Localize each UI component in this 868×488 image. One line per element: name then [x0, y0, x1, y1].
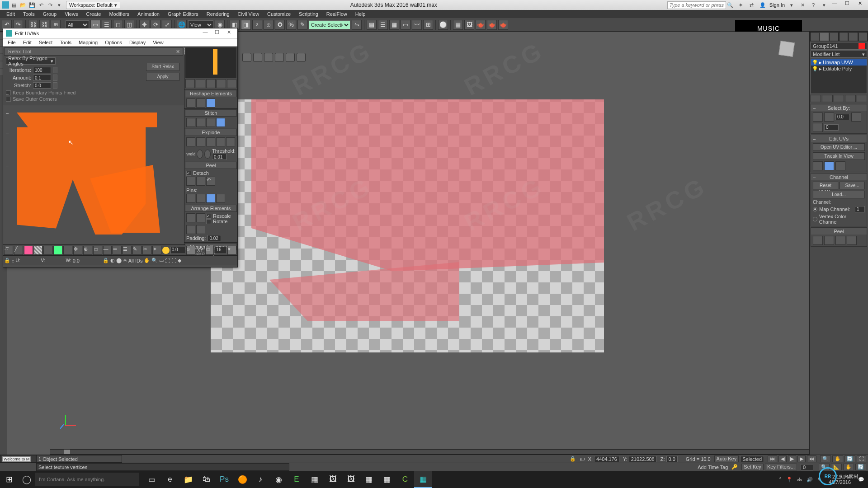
save-outer-check[interactable]: Save Outer Corners [6, 96, 181, 102]
app-icon[interactable]: 🖼 [324, 471, 342, 488]
start-relax-button[interactable]: Start Relax [146, 63, 179, 71]
relax-mode-selector[interactable]: Relax By Polygon Angles▾ [6, 57, 56, 65]
grid-icon[interactable] [275, 53, 284, 62]
time-scrub[interactable] [50, 449, 809, 455]
save-icon[interactable]: 💾 [28, 1, 36, 9]
hierarchy-tab[interactable] [830, 32, 839, 41]
infocenter-icon[interactable]: 🔍 [726, 1, 734, 9]
listener-input[interactable]: Welcome to M [2, 456, 31, 462]
quick-transform-icon[interactable] [185, 79, 195, 88]
pack-icon[interactable] [196, 213, 205, 222]
subobj-element-icon[interactable] [34, 246, 43, 255]
tool-icon[interactable]: ✂ [142, 246, 151, 255]
curve-editor-button[interactable]: 〰 [412, 20, 422, 30]
stack-item-editable-poly[interactable]: 💡▸Editable Poly [811, 66, 867, 72]
zoom-region-icon[interactable]: ▭ [159, 258, 164, 263]
selectby-rollout[interactable]: –Select By: [811, 104, 867, 111]
nav-arc-icon[interactable]: 🔄 [844, 455, 855, 462]
lightbulb-icon[interactable]: 💡 [812, 66, 818, 72]
maximize-button[interactable]: ☐ [841, 0, 854, 9]
chevron-down-icon[interactable]: ▾ [820, 1, 828, 9]
setkey-button[interactable]: Set Key [741, 464, 764, 470]
weld-all-icon[interactable] [204, 150, 211, 159]
menu-view[interactable]: View [151, 39, 165, 46]
subobj-polygon-icon[interactable] [24, 246, 33, 255]
tool-icon[interactable]: ✥ [73, 246, 82, 255]
peel-icon[interactable] [847, 236, 857, 245]
exchange-icon[interactable]: ⇄ [748, 1, 756, 9]
edit-uvws-titlebar[interactable]: Edit UVWs — ☐ ✕ [3, 28, 237, 38]
percent-snap-button[interactable]: ⦶ [264, 20, 274, 30]
display-tab[interactable] [849, 32, 858, 41]
uv-tool-icon[interactable] [813, 161, 823, 170]
chrome-icon[interactable]: ◉ [269, 471, 288, 488]
explode-icon[interactable] [186, 137, 195, 146]
stretch-input[interactable]: 0.0 [33, 82, 51, 89]
autokey-button[interactable]: Auto Key [714, 455, 739, 462]
utilities-tab[interactable] [859, 32, 868, 41]
sel-elem-icon[interactable] [824, 113, 834, 122]
pack-icon[interactable] [196, 225, 205, 234]
shade-selected-icon[interactable] [242, 53, 251, 62]
spinner-arrows[interactable] [53, 67, 57, 73]
cortana-icon[interactable]: ◯ [18, 471, 35, 488]
zoom-icon[interactable]: 🔍 [151, 258, 158, 263]
menu-scripting[interactable]: Scripting [295, 10, 322, 18]
zoom-extents-sel-icon[interactable]: ⛶ [171, 258, 176, 263]
iterations-input[interactable]: 100 [33, 67, 51, 73]
render-iterative-button[interactable]: 🫖 [487, 20, 497, 30]
tool-icon[interactable]: 🔒 [103, 258, 109, 263]
network-icon[interactable]: 🖧 [797, 477, 802, 482]
explode-icon[interactable] [206, 137, 215, 146]
stitch-icon[interactable] [186, 118, 195, 127]
pin-icon[interactable] [186, 194, 195, 203]
tool-icon[interactable]: ⬤ [116, 258, 122, 263]
arrange-rollout[interactable]: –Arrange Elements [185, 205, 237, 212]
map-channel-radio[interactable]: Map Channel:1 [813, 206, 865, 212]
make-unique-icon[interactable] [834, 95, 844, 102]
nav-zoom-icon[interactable]: 🔍 [820, 455, 831, 462]
photoshop-icon[interactable]: Ps [215, 471, 233, 488]
lock-selection-icon[interactable]: 🔒 [570, 456, 576, 462]
tray-up-icon[interactable]: ˄ [779, 477, 782, 483]
maximize-button[interactable]: ☐ [211, 29, 223, 38]
play-icon[interactable]: ▶ [788, 455, 796, 462]
tweak-in-view-button[interactable]: Tweak In View [813, 152, 865, 160]
relax-icon[interactable] [196, 99, 205, 108]
pin-icon[interactable] [206, 194, 215, 203]
ribbon-button[interactable]: ▭ [401, 20, 410, 30]
menu-animation[interactable]: Animation [134, 10, 163, 18]
snap-icon[interactable]: ◆ [178, 258, 181, 263]
peel-icon[interactable] [196, 177, 205, 186]
tool-icon[interactable]: ✳ [123, 258, 127, 263]
x-input[interactable]: 4404.176 [594, 456, 619, 462]
create-tab[interactable] [810, 32, 819, 41]
keymode-selector[interactable]: Selected [740, 456, 764, 462]
zoom-extents-icon[interactable]: ⛶ [165, 258, 170, 263]
timetag-label[interactable]: Add Time Tag [696, 463, 730, 471]
epic-icon[interactable]: ▦ [360, 471, 378, 488]
peel-icon[interactable] [813, 236, 823, 245]
render-production-button[interactable]: 🫖 [476, 20, 486, 30]
options-icon[interactable]: ▾ [227, 246, 236, 255]
uv-tool-icon[interactable] [835, 161, 845, 170]
spinner-snap-button[interactable]: ✪ [275, 20, 285, 30]
subobj-edge-icon[interactable]: ╱ [14, 246, 23, 255]
mirror-button[interactable]: ⇋ [352, 20, 362, 30]
play-start-icon[interactable]: ⏮ [768, 455, 777, 462]
align-button[interactable]: ▤ [367, 20, 377, 30]
nav-pan-icon[interactable]: ✋ [832, 455, 843, 462]
explorer-icon[interactable]: 📁 [179, 471, 197, 488]
menu-edit[interactable]: Edit [21, 39, 33, 46]
taskview-icon[interactable]: ▭ [143, 471, 161, 488]
remove-mod-icon[interactable] [845, 95, 855, 102]
edit-named-selection[interactable]: ✎ [297, 20, 307, 30]
quick-transform-icon[interactable] [196, 79, 205, 88]
tool-icon[interactable] [53, 246, 62, 255]
peel-icon[interactable] [186, 177, 195, 186]
isolate-icon[interactable]: 🏷 [580, 456, 585, 462]
play-end-icon[interactable]: ⏭ [807, 455, 816, 462]
sel-elem-icon[interactable] [813, 123, 823, 132]
y-input[interactable]: 21022.508 [629, 456, 657, 462]
relax-tool-header[interactable]: Relax Tool ✕ [4, 47, 183, 56]
